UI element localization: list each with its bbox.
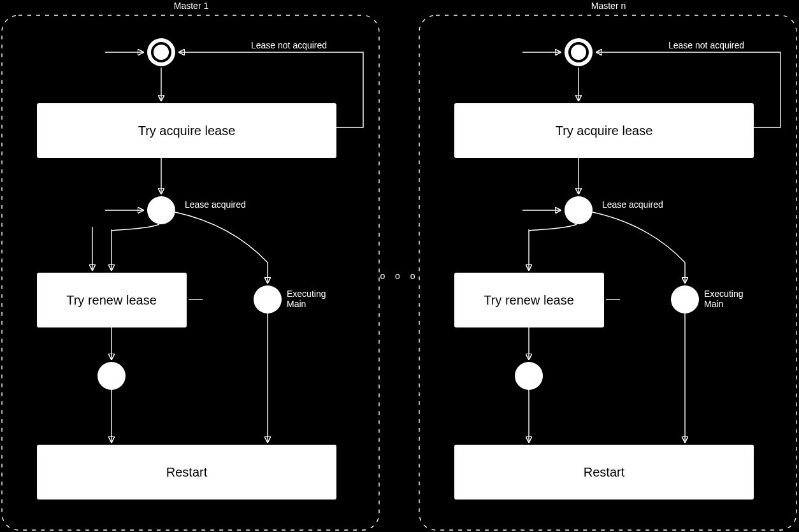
executing-main-state-icon — [254, 285, 282, 313]
lease-acquired-label: Lease acquired — [185, 199, 246, 210]
svg-point-25 — [571, 45, 586, 60]
try-acquire-label: Try acquire lease — [556, 124, 653, 138]
executing-main-label-l2: Main — [704, 299, 723, 309]
initial-state-icon — [565, 38, 593, 66]
svg-point-3 — [154, 45, 169, 60]
executing-main-label-l1: Executing — [287, 289, 326, 299]
executing-main-label-l2: Main — [287, 299, 306, 309]
executing-main-state-icon — [671, 285, 699, 313]
svg-line-20 — [112, 217, 147, 229]
lease-acquired-state-icon — [147, 196, 175, 224]
initial-state-icon — [147, 38, 175, 66]
executing-main-label-l1: Executing — [704, 289, 743, 299]
post-renew-state-icon — [515, 362, 543, 390]
column-title: Master 1 — [174, 1, 209, 11]
try-renew-label: Try renew lease — [484, 293, 574, 307]
lease-not-acquired-label: Lease not acquired — [251, 40, 327, 50]
column-master-1: Master 1 Try acquire lease Lease not acq… — [2, 1, 379, 530]
lease-not-acquired-label: Lease not acquired — [668, 40, 744, 50]
ellipsis-separator: o o o — [380, 271, 419, 281]
column-title: Master n — [591, 1, 626, 11]
restart-label: Restart — [584, 465, 625, 479]
try-renew-label: Try renew lease — [66, 293, 157, 307]
post-renew-state-icon — [97, 362, 126, 390]
lease-acquired-label: Lease acquired — [602, 199, 663, 210]
try-acquire-label: Try acquire lease — [138, 124, 236, 138]
svg-line-13 — [112, 224, 157, 270]
leader-election-diagram: Master 1 Try acquire lease Lease not acq… — [0, 0, 799, 532]
lease-acquired-state-icon — [565, 196, 593, 224]
column-master-n: Master n Try acquire lease Lease not acq… — [419, 1, 796, 530]
restart-label: Restart — [166, 465, 208, 479]
